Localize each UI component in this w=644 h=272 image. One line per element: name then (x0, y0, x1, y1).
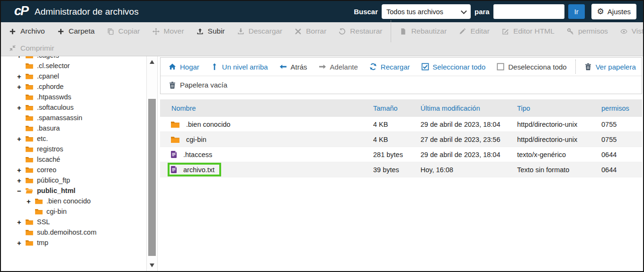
highlighted-file[interactable]: archivo.txt (168, 163, 221, 176)
expand-icon[interactable]: + (17, 56, 25, 60)
toolbar-button-label: Subir (208, 27, 225, 35)
toolbar-button-borrar[interactable]: Borrar (288, 27, 332, 35)
tree-item-cphorde[interactable]: +.cphorde (1, 81, 146, 92)
toolbar-button-rebautizar[interactable]: Rebautizar (394, 27, 453, 35)
cell-type: Texto sin formato (517, 166, 601, 174)
tree-item-label: correo (37, 166, 56, 174)
toolbar-button-comprimir[interactable]: Comprimir (3, 44, 60, 53)
table-row-htaccess[interactable]: .htaccess281 bytes29 de abril de 2023, 1… (160, 147, 642, 162)
nav-link-ver-papelera[interactable]: Ver papelera (579, 63, 642, 71)
file-entry[interactable]: .bien conocido (168, 118, 237, 131)
toolbar-button-label: Vista (632, 27, 644, 35)
nav-link-papelera-vac-a[interactable]: Papelera vacía (163, 81, 233, 89)
file-name: archivo.txt (183, 166, 215, 174)
text-file-icon (170, 166, 177, 174)
tree-item-tmp[interactable]: +tmp (1, 237, 146, 248)
folder-icon (25, 56, 34, 59)
tree-item-htpasswds[interactable]: .htpasswds (1, 92, 146, 102)
nav-link-un-nivel-arriba[interactable]: Un nivel arriba (205, 63, 274, 71)
scrollbar-thumb[interactable] (148, 99, 156, 256)
table-row-cgi-bin[interactable]: cgi-bin4 KB27 de abril de 2023, 23:56htt… (160, 132, 642, 147)
nav-link-seleccionar-todo[interactable]: Seleccionar todo (416, 63, 492, 71)
toolbar-button-mover[interactable]: Mover (146, 27, 190, 35)
tree-item-label: etc. (37, 135, 48, 142)
eye-icon (620, 28, 627, 35)
go-button[interactable]: Ir (568, 4, 585, 19)
expand-icon[interactable]: + (17, 166, 25, 174)
nav-link-hogar[interactable]: Hogar (163, 63, 205, 71)
tree-item-p-blico-ftp[interactable]: +público_ftp (1, 175, 146, 185)
column-header-permisos[interactable]: permisos (601, 105, 642, 112)
x-icon (295, 28, 302, 35)
toolbar-button-carpeta[interactable]: Carpeta (51, 27, 101, 35)
nav-link-recargar[interactable]: Recargar (364, 63, 416, 71)
column-header-tipo[interactable]: Tipo (517, 105, 601, 112)
tree-item-cpanel[interactable]: +.cpanel (1, 71, 146, 81)
download-icon (237, 28, 244, 35)
toolbar-button-permisos[interactable]: permisos (561, 27, 614, 35)
column-header-ltima-modificaci-n[interactable]: Última modificación (420, 105, 517, 112)
tree-item-cgi-bin[interactable]: cgi-bin (1, 206, 146, 217)
scroll-down-icon[interactable] (150, 263, 154, 267)
nav-link-atr-s[interactable]: Atrás (274, 63, 313, 71)
toolbar-button-vista[interactable]: Vista (614, 27, 644, 35)
toolbar-row-1: ArchivoCarpetaCopiarMoverSubirDescargarB… (3, 22, 641, 40)
page-title: Administrador de archivos (35, 7, 139, 17)
scroll-up-icon[interactable] (150, 60, 154, 64)
toolbar-button-subir[interactable]: Subir (190, 27, 231, 35)
search-input[interactable] (493, 4, 564, 19)
table-row-bien-conocido[interactable]: .bien conocido4 KB29 de abril de 2023, 1… (160, 117, 642, 132)
tree-item-bien-conocido[interactable]: +.bien conocido (1, 196, 146, 206)
toolbar-button-restaurar[interactable]: Restaurar (332, 27, 388, 35)
nav-link-deselecciona-todo[interactable]: Deselecciona todo (491, 63, 572, 71)
tree-item-lscach[interactable]: lscaché (1, 154, 146, 165)
expand-icon[interactable]: + (17, 135, 25, 143)
tree-item-spamassassin[interactable]: .spamassassin (1, 113, 146, 123)
folder-icon (35, 198, 43, 204)
toolbar-button-label: Rebautizar (411, 27, 447, 35)
cpanel-logo[interactable]: cP (14, 4, 28, 18)
text-file-icon (170, 150, 177, 158)
cell-perms: 0644 (601, 151, 642, 158)
tree-item-softaculous[interactable]: +.softaculous (1, 102, 146, 113)
folder-icon (25, 219, 34, 225)
tree-item-correo[interactable]: +correo (1, 165, 146, 175)
settings-button[interactable]: ⚙ Ajustes (591, 4, 636, 19)
sidebar-scrollbar[interactable] (146, 56, 158, 271)
tree-item-cagefs[interactable]: +.cagefs (1, 56, 146, 61)
table-row-archivo-txt[interactable]: archivo.txt39 bytesHoy, 16:08Texto sin f… (160, 162, 642, 177)
tree-item-ssl[interactable]: +SSL (1, 217, 146, 227)
nav-link-adelante[interactable]: Adelante (313, 63, 364, 71)
plus-icon (57, 28, 64, 35)
tree-item-cl-selector[interactable]: .cl.selector (1, 61, 146, 71)
toolbar-button-editor-html[interactable]: Editor HTML (496, 27, 561, 35)
file-entry[interactable]: .htaccess (168, 148, 219, 161)
collapse-icon[interactable]: − (17, 187, 25, 195)
expand-icon[interactable]: + (17, 218, 25, 226)
column-header-tama-o[interactable]: Tamaño (373, 105, 420, 112)
search-connector-label: para (474, 8, 490, 16)
nav-separator (575, 60, 576, 74)
tree-item-basura[interactable]: .basura (1, 123, 146, 133)
toolbar-button-copiar[interactable]: Copiar (101, 27, 146, 35)
expand-icon[interactable]: + (17, 72, 25, 80)
checkbox-empty-icon (497, 63, 504, 70)
expand-icon[interactable]: + (17, 104, 25, 112)
tree-item-etc[interactable]: +etc. (1, 133, 146, 144)
search-scope-select[interactable]: Todos tus archivos (382, 4, 471, 19)
file-entry[interactable]: cgi-bin (168, 133, 213, 146)
toolbar-button-archivo[interactable]: Archivo (3, 27, 51, 35)
column-header-nombre[interactable]: Nombre (171, 105, 373, 112)
toolbar-button-editar[interactable]: Editar (453, 27, 496, 35)
toolbar-button-label: Copiar (118, 27, 140, 35)
expand-icon[interactable]: + (17, 176, 25, 184)
expand-icon[interactable]: + (17, 239, 25, 247)
folder-icon (170, 136, 180, 143)
tree-item-public-html[interactable]: −public_html (1, 185, 146, 196)
tree-item-sub-demoihost-com[interactable]: sub.demoihost.com (1, 227, 146, 237)
expand-icon[interactable]: + (27, 197, 35, 205)
expand-icon[interactable]: + (17, 83, 25, 91)
toolbar-button-descargar[interactable]: Descargar (231, 27, 289, 35)
tree-item-registros[interactable]: registros (1, 144, 146, 154)
reload-icon (369, 63, 377, 70)
